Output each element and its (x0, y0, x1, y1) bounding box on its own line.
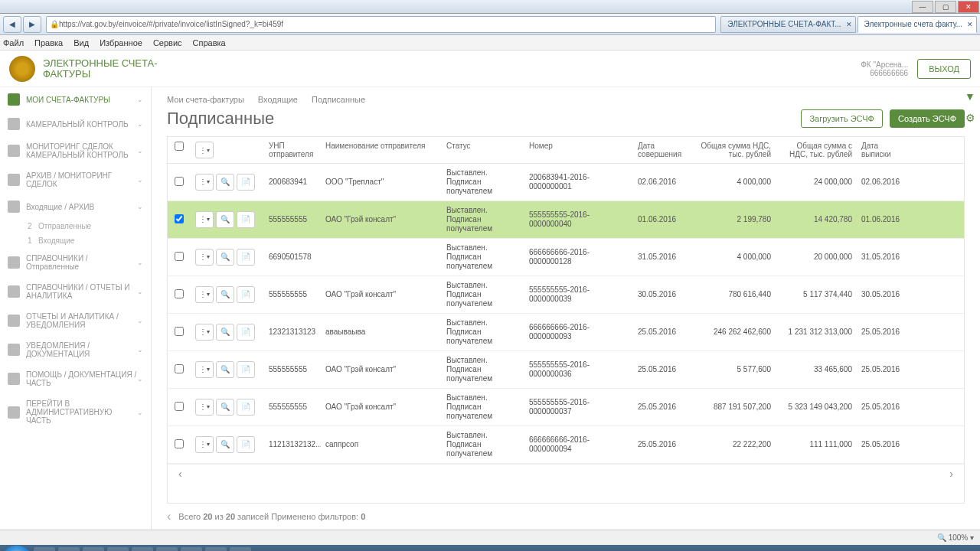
menu-item[interactable]: Файл (3, 38, 24, 47)
row-doc-button[interactable]: 📄 (237, 211, 255, 228)
row-view-button[interactable]: 🔍 (216, 436, 234, 453)
row-checkbox[interactable] (175, 214, 184, 223)
breadcrumb-item[interactable]: Мои счета-фактуры (167, 95, 244, 104)
row-view-button[interactable]: 🔍 (216, 174, 234, 191)
menu-item[interactable]: Сервис (153, 38, 182, 47)
row-doc-button[interactable]: 📄 (237, 286, 255, 303)
row-doc-button[interactable]: 📄 (237, 399, 255, 416)
col-issued[interactable]: Дата выписки (857, 137, 912, 163)
sidebar-subitem[interactable]: 1Входящие (0, 233, 151, 248)
row-checkbox[interactable] (175, 252, 184, 261)
table-row[interactable]: ⋮🔍📄6690501578Выставлен. Подписан получат… (168, 239, 964, 276)
window-close[interactable]: ✕ (958, 1, 979, 13)
table-row[interactable]: ⋮🔍📄555555555ОАО "Грэй консалт"Выставлен.… (168, 351, 964, 389)
sidebar-item[interactable]: МОНИТОРИНГ СДЕЛОК КАМЕРАЛЬНЫЙ КОНТРОЛЬ⌄ (0, 136, 151, 165)
row-checkbox[interactable] (175, 177, 184, 186)
row-doc-button[interactable]: 📄 (237, 324, 255, 341)
forward-button[interactable]: ▶ (23, 16, 41, 33)
menu-item[interactable]: Вид (74, 38, 89, 47)
back-button[interactable]: ◀ (3, 16, 21, 33)
start-button[interactable] (3, 546, 31, 551)
upload-button[interactable]: Загрузить ЭСЧФ (801, 109, 882, 128)
menu-item[interactable]: Правка (34, 38, 63, 47)
col-vat[interactable]: Общая сумма НДС, тыс. рублей (694, 137, 776, 163)
scroll-right-icon[interactable]: › (945, 468, 958, 480)
row-menu-button[interactable]: ⋮ (195, 361, 214, 378)
row-checkbox[interactable] (175, 327, 184, 336)
zoom-level[interactable]: 🔍 100% ▾ (937, 533, 974, 542)
gear-icon[interactable]: ⚙ (963, 112, 977, 126)
sidebar-item[interactable]: СПРАВОЧНИКИ / ОТЧЕТЫ И АНАЛИТИКА⌄ (0, 277, 151, 306)
row-doc-button[interactable]: 📄 (237, 436, 255, 453)
row-view-button[interactable]: 🔍 (216, 399, 234, 416)
table-row[interactable]: ⋮🔍📄555555555ОАО "Грэй консалт"Выставлен.… (168, 201, 964, 239)
sidebar-item[interactable]: ПОМОЩЬ / ДОКУМЕНТАЦИЯ / ЧАСТЬ⌄ (0, 364, 151, 393)
row-doc-button[interactable]: 📄 (237, 361, 255, 378)
sidebar-item[interactable]: ОТЧЕТЫ И АНАЛИТИКА / УВЕДОМЛЕНИЯ⌄ (0, 306, 151, 335)
row-menu-button[interactable]: ⋮ (195, 286, 214, 303)
menu-item[interactable]: Избранное (100, 38, 142, 47)
table-row[interactable]: ⋮🔍📄555555555ОАО "Грэй консалт"Выставлен.… (168, 276, 964, 314)
row-checkbox[interactable] (175, 402, 184, 411)
row-menu-button[interactable]: ⋮ (195, 249, 214, 266)
prev-page-icon[interactable]: ‹ (167, 510, 171, 523)
breadcrumb-item[interactable]: Входящие (258, 95, 298, 104)
row-menu-button[interactable]: ⋮ (195, 399, 214, 416)
taskbar-app-icon[interactable] (156, 547, 178, 551)
table-row[interactable]: ⋮🔍📄12321313123аваываываВыставлен. Подпис… (168, 314, 964, 351)
sidebar-item[interactable]: СПРАВОЧНИКИ / Отправленные⌄ (0, 248, 151, 277)
address-bar[interactable]: 🔒 https://vat.gov.by/einvoice/#/private/… (46, 16, 716, 33)
sidebar-item[interactable]: АРХИВ / МОНИТОРИНГ СДЕЛОК⌄ (0, 165, 151, 194)
row-checkbox[interactable] (175, 439, 184, 448)
row-menu-button[interactable]: ⋮ (195, 436, 214, 453)
row-menu-button[interactable]: ⋮ (195, 174, 214, 191)
row-view-button[interactable]: 🔍 (216, 361, 234, 378)
col-sender[interactable]: Наименование отправителя (321, 137, 442, 163)
row-doc-button[interactable]: 📄 (237, 249, 255, 266)
create-button[interactable]: Создать ЭСЧФ (890, 109, 965, 128)
row-doc-button[interactable]: 📄 (237, 174, 255, 191)
row-menu-button[interactable]: ⋮ (195, 211, 214, 228)
table-row[interactable]: ⋮🔍📄11213132132...саппрсопВыставлен. Подп… (168, 426, 964, 464)
select-all-checkbox[interactable] (175, 142, 184, 151)
tab-close-icon[interactable]: ✕ (846, 21, 852, 28)
header-actions-menu[interactable]: ⋮ (195, 142, 214, 158)
col-total[interactable]: Общая сумма с НДС, тыс. рублей (776, 137, 857, 163)
col-date[interactable]: Дата совершения (633, 137, 694, 163)
taskbar-app-icon[interactable] (83, 547, 104, 551)
sidebar-item[interactable]: Входящие / АРХИВ⌄ (0, 194, 151, 219)
sidebar-item[interactable]: КАМЕРАЛЬНЫЙ КОНТРОЛЬ⌄ (0, 112, 151, 136)
row-checkbox[interactable] (175, 289, 184, 298)
taskbar-app-icon[interactable] (205, 547, 227, 551)
scroll-left-icon[interactable]: ‹ (174, 468, 187, 480)
browser-tab[interactable]: Электронные счета факту...✕ (858, 16, 977, 33)
tab-close-icon[interactable]: ✕ (967, 21, 973, 28)
col-unp[interactable]: УНП отправителя (264, 137, 321, 163)
logout-button[interactable]: ВЫХОД (917, 59, 971, 79)
col-status[interactable]: Статус (442, 137, 524, 163)
menu-item[interactable]: Справка (193, 38, 226, 47)
taskbar-app-icon[interactable] (181, 547, 202, 551)
taskbar-app-icon[interactable] (132, 547, 153, 551)
taskbar-app-icon[interactable] (34, 547, 55, 551)
sidebar-subitem[interactable]: 2Отправленные (0, 219, 151, 233)
row-view-button[interactable]: 🔍 (216, 324, 234, 341)
filter-icon[interactable]: ▼ (963, 90, 977, 104)
row-view-button[interactable]: 🔍 (216, 249, 234, 266)
row-view-button[interactable]: 🔍 (216, 286, 234, 303)
breadcrumb-item[interactable]: Подписанные (312, 95, 365, 104)
window-minimize[interactable]: — (912, 1, 933, 13)
taskbar-app-icon[interactable] (107, 547, 129, 551)
col-number[interactable]: Номер (524, 137, 633, 163)
table-row[interactable]: ⋮🔍📄200683941ООО "Трепласт"Выставлен. Под… (168, 164, 964, 201)
sidebar-item[interactable]: ПЕРЕЙТИ В АДМИНИСТРАТИВНУЮ ЧАСТЬ⌄ (0, 393, 151, 431)
sidebar-item[interactable]: МОИ СЧЕТА-ФАКТУРЫ⌄ (0, 87, 151, 112)
row-menu-button[interactable]: ⋮ (195, 324, 214, 341)
table-row[interactable]: ⋮🔍📄555555555ОАО "Грэй консалт"Выставлен.… (168, 389, 964, 426)
taskbar-app-icon[interactable] (58, 547, 80, 551)
row-view-button[interactable]: 🔍 (216, 211, 234, 228)
taskbar-app-icon[interactable] (230, 547, 251, 551)
sidebar-item[interactable]: УВЕДОМЛЕНИЯ / ДОКУМЕНТАЦИЯ⌄ (0, 335, 151, 364)
browser-tab[interactable]: ЭЛЕКТРОННЫЕ СЧЕТА-ФАКТ...✕ (720, 16, 855, 33)
window-maximize[interactable]: ▢ (935, 1, 956, 13)
